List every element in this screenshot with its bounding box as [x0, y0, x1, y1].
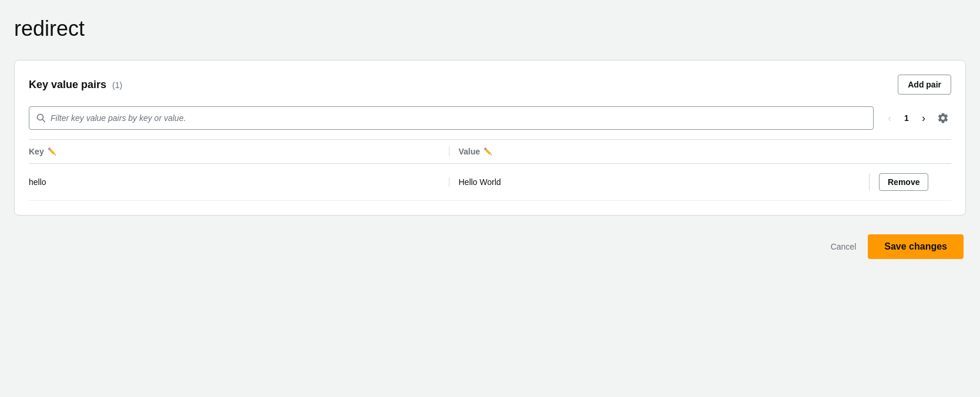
save-changes-button[interactable]: Save changes [868, 234, 964, 259]
key-col-label: Key [29, 147, 44, 156]
pagination-next-button[interactable]: › [917, 110, 930, 127]
cancel-button[interactable]: Cancel [831, 242, 857, 251]
card-header: Key value pairs (1) Add pair [29, 75, 951, 95]
table-section: Key ✏️ Value ✏️ hello Hello World Remove [29, 139, 951, 201]
card-title-count: (1) [112, 80, 122, 90]
svg-line-1 [43, 120, 45, 122]
search-input[interactable] [51, 113, 866, 123]
gear-icon [937, 112, 949, 124]
key-edit-icon[interactable]: ✏️ [48, 147, 56, 156]
search-row: ‹ 1 › [29, 106, 951, 130]
search-icon [36, 113, 46, 123]
settings-button[interactable] [935, 110, 951, 126]
value-col-label: Value [459, 147, 481, 156]
card-title: Key value pairs [29, 79, 106, 90]
table-row: hello Hello World Remove [29, 164, 951, 201]
remove-button[interactable]: Remove [879, 173, 928, 191]
cell-value: Hello World [449, 177, 870, 187]
cell-key: hello [29, 177, 449, 187]
add-pair-button[interactable]: Add pair [898, 75, 951, 95]
footer-actions: Cancel Save changes [14, 234, 966, 259]
cell-action: Remove [869, 173, 951, 191]
table-rows-container: hello Hello World Remove [29, 164, 951, 201]
col-header-value: Value ✏️ [449, 147, 870, 156]
col-header-key: Key ✏️ [29, 147, 449, 156]
main-card: Key value pairs (1) Add pair ‹ 1 › [14, 60, 966, 216]
card-title-wrapper: Key value pairs (1) [29, 79, 122, 91]
pagination-controls: ‹ 1 › [883, 110, 951, 127]
value-edit-icon[interactable]: ✏️ [484, 147, 492, 156]
search-wrapper [29, 106, 874, 130]
table-header-row: Key ✏️ Value ✏️ [29, 140, 951, 164]
pagination-current-page: 1 [901, 113, 912, 123]
pagination-prev-button[interactable]: ‹ [883, 110, 896, 127]
page-title: redirect [14, 12, 966, 46]
